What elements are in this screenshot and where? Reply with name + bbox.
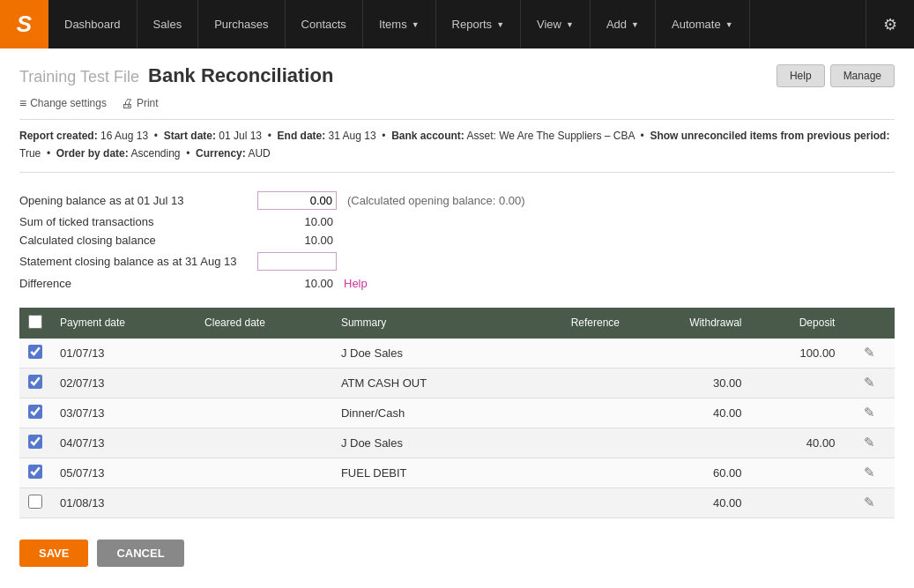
row-reference <box>513 488 629 517</box>
row-withdrawal: 60.00 <box>628 458 750 488</box>
row-reference <box>513 339 629 368</box>
edit-icon[interactable]: ✎ <box>864 435 875 450</box>
row-summary: FUEL DEBIT <box>332 458 513 488</box>
manage-button[interactable]: Manage <box>830 64 895 87</box>
row-reference <box>513 458 629 488</box>
nav-sales[interactable]: Sales <box>137 0 199 48</box>
reports-arrow-icon: ▼ <box>496 20 504 29</box>
col-deposit: Deposit <box>750 308 843 339</box>
row-payment-date: 05/07/13 <box>51 458 196 488</box>
row-edit-cell[interactable]: ✎ <box>843 368 895 398</box>
row-summary: ATM CASH OUT <box>332 368 513 398</box>
row-checkbox-cell[interactable] <box>19 428 51 458</box>
footer-buttons: SAVE CANCEL <box>19 532 895 567</box>
table-row: 04/07/13 J Doe Sales 40.00 ✎ <box>19 428 895 458</box>
difference-label: Difference <box>19 277 257 290</box>
col-reference: Reference <box>513 308 629 339</box>
statement-closing-row: Statement closing balance as at 31 Aug 1… <box>19 249 895 273</box>
row-checkbox-cell[interactable] <box>19 398 51 428</box>
sum-ticked-row: Sum of ticked transactions 10.00 <box>19 212 895 231</box>
row-edit-cell[interactable]: ✎ <box>843 428 895 458</box>
row-edit-cell[interactable]: ✎ <box>843 488 895 517</box>
row-deposit <box>750 458 843 488</box>
row-cleared-date <box>196 488 332 517</box>
edit-icon[interactable]: ✎ <box>864 465 875 480</box>
row-checkbox[interactable] <box>28 495 42 509</box>
items-arrow-icon: ▼ <box>412 20 420 29</box>
col-edit <box>843 308 895 339</box>
table-header-row: Payment date Cleared date Summary Refere… <box>19 308 895 339</box>
row-summary: Dinner/Cash <box>332 398 513 428</box>
difference-help-link[interactable]: Help <box>344 277 368 290</box>
row-checkbox[interactable] <box>28 345 42 359</box>
opening-balance-note: (Calculated opening balance: 0.00) <box>347 194 525 207</box>
row-checkbox-cell[interactable] <box>19 368 51 398</box>
col-cleared-date: Cleared date <box>196 308 332 339</box>
opening-balance-input[interactable] <box>257 191 337 210</box>
nav-add[interactable]: Add ▼ <box>591 0 656 48</box>
table-row: 01/08/13 40.00 ✎ <box>19 488 895 517</box>
nav-reports[interactable]: Reports ▼ <box>436 0 521 48</box>
settings-gear-button[interactable]: ⚙ <box>866 0 914 48</box>
row-reference <box>513 398 629 428</box>
page-title: Bank Reconciliation <box>148 64 333 87</box>
opening-balance-label: Opening balance as at 01 Jul 13 <box>19 194 257 207</box>
row-edit-cell[interactable]: ✎ <box>843 398 895 428</box>
app-logo[interactable]: S <box>0 0 48 48</box>
row-withdrawal <box>628 428 750 458</box>
row-withdrawal: 40.00 <box>628 398 750 428</box>
edit-icon[interactable]: ✎ <box>864 405 875 420</box>
nav-dashboard[interactable]: Dashboard <box>48 0 137 48</box>
row-cleared-date <box>196 428 332 458</box>
statement-closing-label: Statement closing balance as at 31 Aug 1… <box>19 255 257 268</box>
nav-contacts[interactable]: Contacts <box>286 0 363 48</box>
header-buttons: Help Manage <box>777 64 895 87</box>
row-deposit: 40.00 <box>750 428 843 458</box>
row-deposit <box>750 398 843 428</box>
help-button[interactable]: Help <box>777 64 825 87</box>
add-arrow-icon: ▼ <box>631 20 639 29</box>
row-withdrawal <box>628 339 750 368</box>
save-button[interactable]: SAVE <box>19 540 88 567</box>
sum-ticked-label: Sum of ticked transactions <box>19 215 257 228</box>
nav-view[interactable]: View ▼ <box>521 0 591 48</box>
settings-list-icon: ≡ <box>19 96 26 110</box>
page-header: Training Test File Bank Reconciliation H… <box>19 64 895 87</box>
print-icon: 🖨 <box>121 96 133 110</box>
row-edit-cell[interactable]: ✎ <box>843 339 895 368</box>
row-checkbox-cell[interactable] <box>19 488 51 517</box>
col-summary: Summary <box>332 308 513 339</box>
row-summary: J Doe Sales <box>332 428 513 458</box>
print-button[interactable]: 🖨 Print <box>121 96 159 110</box>
edit-icon[interactable]: ✎ <box>864 495 875 510</box>
change-settings-button[interactable]: ≡ Change settings <box>19 96 107 110</box>
row-withdrawal: 30.00 <box>628 368 750 398</box>
table-row: 03/07/13 Dinner/Cash 40.00 ✎ <box>19 398 895 428</box>
table-row: 02/07/13 ATM CASH OUT 30.00 ✎ <box>19 368 895 398</box>
sum-ticked-value: 10.00 <box>257 215 337 228</box>
nav-purchases[interactable]: Purchases <box>198 0 285 48</box>
row-checkbox[interactable] <box>28 465 42 479</box>
edit-icon[interactable]: ✎ <box>864 375 875 390</box>
col-checkbox <box>19 308 51 339</box>
automate-arrow-icon: ▼ <box>725 20 733 29</box>
edit-icon[interactable]: ✎ <box>864 345 875 360</box>
row-checkbox[interactable] <box>28 405 42 419</box>
statement-closing-input[interactable] <box>257 252 337 271</box>
nav-items[interactable]: Items ▼ <box>363 0 436 48</box>
row-checkbox[interactable] <box>28 375 42 389</box>
select-all-checkbox[interactable] <box>28 315 42 329</box>
row-summary: J Doe Sales <box>332 339 513 368</box>
col-withdrawal: Withdrawal <box>628 308 750 339</box>
row-payment-date: 01/07/13 <box>51 339 196 368</box>
row-checkbox-cell[interactable] <box>19 458 51 488</box>
nav-automate[interactable]: Automate ▼ <box>656 0 750 48</box>
row-checkbox-cell[interactable] <box>19 339 51 368</box>
row-checkbox[interactable] <box>28 435 42 449</box>
top-navigation: S Dashboard Sales Purchases Contacts Ite… <box>0 0 914 48</box>
view-arrow-icon: ▼ <box>566 20 574 29</box>
cancel-button[interactable]: CANCEL <box>97 540 183 567</box>
training-label: Training Test File <box>19 68 139 86</box>
report-meta: Report created: 16 Aug 13 • Start date: … <box>19 127 895 173</box>
row-edit-cell[interactable]: ✎ <box>843 458 895 488</box>
